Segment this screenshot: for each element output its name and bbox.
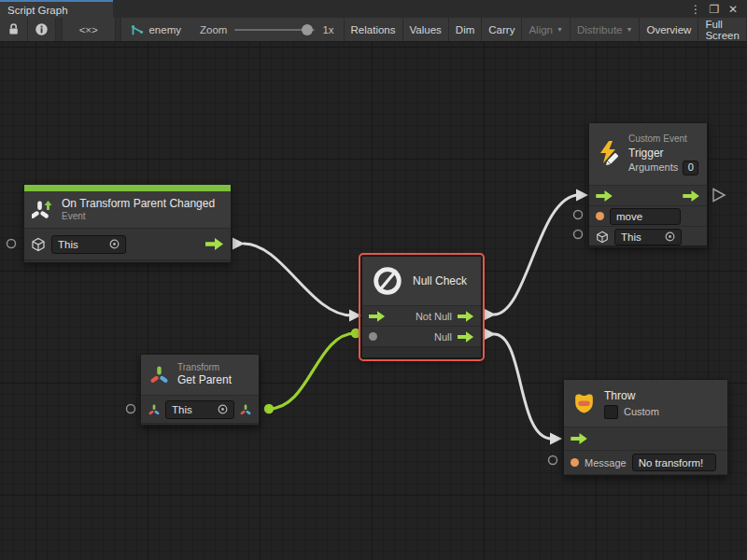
flow-port-triangle: [349, 310, 361, 322]
close-icon[interactable]: ✕: [726, 3, 740, 16]
menu-icon[interactable]: ⋮: [689, 3, 702, 16]
node-footer: [362, 346, 481, 357]
message-label: Message: [585, 457, 627, 469]
target-dropdown[interactable]: This: [51, 235, 126, 254]
dim-button[interactable]: Dim: [449, 18, 482, 41]
wire-notnull-to-trigger: [494, 195, 579, 315]
unconnected-value-port: [127, 405, 135, 413]
distribute-button[interactable]: Distribute ▼: [571, 18, 641, 41]
overview-button[interactable]: Overview: [640, 18, 698, 41]
zoom-slider-handle[interactable]: [302, 24, 313, 35]
script-graph-window: Script Graph ⋮ ❐ ✕ <×> enemy: [0, 0, 747, 560]
node-header: Transform Get Parent: [141, 355, 259, 395]
node-port-row: [589, 185, 707, 205]
node-throw[interactable]: Throw Custom Message No transform!: [563, 379, 728, 476]
value-wire-endpoint: [264, 404, 274, 413]
flow-port-triangle: [576, 189, 588, 202]
throw-icon: [571, 391, 597, 416]
event-name-field[interactable]: move: [610, 208, 681, 225]
node-null-check[interactable]: Null Check Not Null Null: [361, 256, 482, 358]
node-title: Null Check: [413, 274, 467, 287]
transform-output-port-icon[interactable]: [239, 403, 252, 416]
flow-output-port[interactable]: [458, 311, 474, 322]
null-check-icon: [370, 263, 405, 299]
align-button[interactable]: Align ▼: [522, 18, 571, 41]
node-on-transform-parent-changed[interactable]: On Transform Parent Changed Event This: [23, 184, 232, 263]
target-dropdown[interactable]: This: [165, 400, 234, 419]
flow-port-triangle: [233, 238, 245, 250]
toolbar-divider: [116, 18, 122, 41]
node-port-row: This: [589, 226, 707, 246]
flow-input-port[interactable]: [369, 311, 386, 322]
arguments-label: Arguments: [628, 161, 678, 175]
lock-button[interactable]: [0, 18, 28, 41]
node-trigger-custom-event[interactable]: Custom Event Trigger Arguments 0: [588, 122, 708, 246]
fullscreen-button[interactable]: Full Screen: [698, 18, 747, 41]
arguments-field[interactable]: 0: [683, 161, 698, 175]
value-input-port[interactable]: [571, 458, 579, 467]
wire-event-to-nullcheck: [244, 244, 352, 315]
lock-icon: [7, 22, 21, 36]
unconnected-flow-port: [713, 189, 725, 202]
gameobject-cube-icon: [596, 231, 609, 244]
event-accent-bar: [24, 185, 231, 191]
value-input-port[interactable]: [596, 212, 604, 220]
flow-input-port[interactable]: [571, 433, 588, 444]
flow-port-triangle: [484, 309, 496, 321]
node-title: Get Parent: [177, 373, 232, 387]
node-port-row: This: [141, 395, 259, 423]
node-title: Throw: [604, 387, 659, 404]
transform-port-icon[interactable]: [148, 403, 161, 416]
tab-bar: Script Graph ⋮ ❐ ✕: [0, 0, 747, 19]
graph-icon: [131, 23, 144, 36]
unconnected-value-port: [7, 240, 16, 248]
flow-output-port[interactable]: [683, 190, 700, 202]
info-button[interactable]: [28, 18, 56, 41]
window-buttons: ⋮ ❐ ✕: [689, 0, 747, 18]
flow-port-triangle: [484, 329, 496, 341]
code-icon: <×>: [79, 24, 98, 35]
carry-button[interactable]: Carry: [482, 18, 522, 41]
node-footer: [24, 259, 231, 262]
value-wire-endpoint: [351, 329, 360, 338]
flow-output-port[interactable]: [458, 331, 474, 343]
zoom-label: Zoom: [200, 24, 227, 35]
node-header: Throw Custom: [564, 380, 727, 427]
target-icon: [218, 404, 228, 414]
flow-input-port[interactable]: [596, 190, 613, 202]
node-port-row: move: [589, 205, 707, 226]
flow-port-triangle: [550, 433, 562, 445]
unconnected-value-port: [574, 211, 583, 219]
info-icon: [35, 22, 49, 36]
code-view-button[interactable]: <×>: [63, 18, 116, 41]
not-null-label: Not Null: [416, 311, 452, 322]
message-field[interactable]: No transform!: [632, 454, 716, 471]
target-icon: [665, 231, 675, 242]
wire-null-to-throw: [494, 334, 552, 439]
node-port-row: [564, 427, 727, 450]
node-port-row: Null: [362, 326, 481, 346]
node-port-row: Not Null: [362, 305, 481, 326]
chevron-down-icon: ▼: [557, 26, 563, 33]
flow-output-port[interactable]: [205, 238, 224, 250]
relations-button[interactable]: Relations: [345, 18, 403, 41]
values-button[interactable]: Values: [403, 18, 449, 41]
chevron-down-icon: ▼: [627, 26, 633, 33]
gameobject-cube-icon: [31, 237, 46, 252]
zoom-slider[interactable]: [234, 29, 315, 31]
graph-name-group: enemy: [121, 18, 190, 41]
node-category: Custom Event: [628, 133, 698, 146]
node-get-parent[interactable]: Transform Get Parent This: [140, 354, 260, 426]
zoom-value: 1x: [322, 24, 333, 35]
node-header: On Transform Parent Changed Event: [24, 191, 231, 228]
tab-script-graph[interactable]: Script Graph: [0, 0, 113, 18]
custom-checkbox[interactable]: [604, 405, 618, 419]
target-dropdown[interactable]: This: [614, 229, 682, 245]
value-input-port[interactable]: [369, 332, 377, 341]
target-icon: [109, 239, 120, 249]
graph-canvas[interactable]: On Transform Parent Changed Event This: [0, 42, 747, 560]
maximize-icon[interactable]: ❐: [708, 3, 721, 16]
custom-checkbox-label: Custom: [624, 404, 659, 420]
graph-toolbar: <×> enemy Zoom 1x Relations Values Dim C…: [0, 18, 747, 42]
node-category: Transform: [177, 362, 232, 374]
